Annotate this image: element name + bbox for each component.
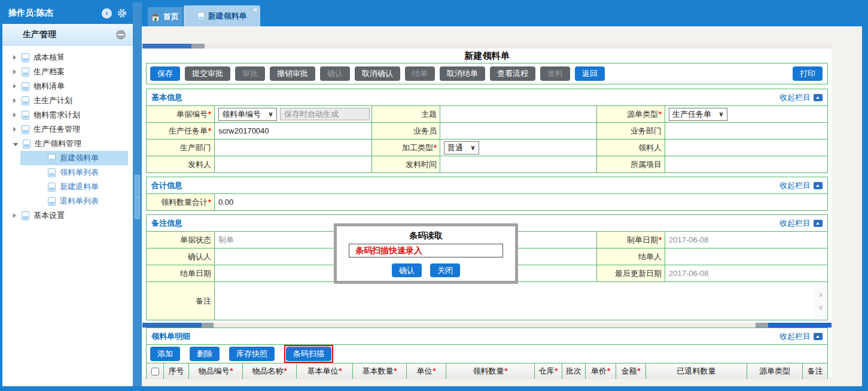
sidebar-item-requisition-mgmt[interactable]: 生产领料管理 bbox=[2, 137, 133, 151]
inventory-snapshot-button[interactable]: 库存快照 bbox=[229, 347, 275, 361]
dept-label: 业务部门 bbox=[631, 126, 662, 137]
tab-home[interactable]: 首页 bbox=[148, 7, 182, 26]
sidebar-item-basic-settings[interactable]: 基本设置 bbox=[2, 208, 133, 223]
scrollbar-thumb[interactable] bbox=[142, 323, 202, 328]
expander-icon[interactable] bbox=[13, 213, 16, 218]
collapse-back-icon[interactable]: ‹ bbox=[102, 8, 112, 19]
minus-circle-icon[interactable] bbox=[116, 30, 126, 40]
tab-close-icon[interactable]: × bbox=[254, 6, 257, 13]
barcode-scan-button[interactable]: 条码扫描 bbox=[286, 347, 331, 361]
expander-icon[interactable] bbox=[13, 98, 16, 103]
scroll-up-icon[interactable]: ∧ bbox=[818, 291, 823, 299]
collapse-section-link[interactable]: 收起栏目 bbox=[779, 331, 823, 342]
content-background: 新建领料单 保存 提交审批 审批 撤销审批 确认 取消确认 结单 取消结单 查看… bbox=[142, 26, 862, 386]
chevron-down-icon: ∨ bbox=[268, 110, 273, 118]
document-icon bbox=[22, 82, 29, 91]
scrollbar-thumb[interactable] bbox=[191, 44, 205, 49]
approve-button: 审批 bbox=[235, 66, 265, 81]
sidebar-item-cost-accounting[interactable]: 成本核算 bbox=[2, 50, 133, 65]
bottom-horizontal-scrollbar[interactable] bbox=[142, 323, 832, 328]
salesman-value[interactable] bbox=[440, 122, 596, 139]
document-icon bbox=[22, 125, 29, 134]
sidebar-item-mrp[interactable]: 物料需求计划 bbox=[2, 108, 133, 122]
collapse-up-icon[interactable] bbox=[814, 220, 823, 227]
delete-row-button[interactable]: 删除 bbox=[190, 347, 220, 361]
top-horizontal-scrollbar[interactable] bbox=[142, 44, 832, 49]
sidebar-item-bom[interactable]: 物料清单 bbox=[2, 79, 133, 93]
created-date-value[interactable]: 2017-06-08 bbox=[665, 231, 827, 248]
scrollbar-thumb[interactable] bbox=[202, 323, 214, 328]
issuer-value[interactable] bbox=[214, 156, 371, 172]
collapse-up-icon[interactable] bbox=[814, 94, 823, 101]
expander-icon[interactable] bbox=[13, 127, 16, 132]
collapse-section-link[interactable]: 收起栏目 bbox=[779, 92, 823, 103]
tab-new-requisition[interactable]: 新建领料单 × bbox=[184, 5, 260, 26]
note-vertical-scrollbar[interactable]: ∧ ∨ bbox=[815, 283, 827, 319]
section-header: 合计信息 收起栏目 bbox=[147, 177, 827, 193]
dialog-close-button[interactable]: 关闭 bbox=[430, 263, 460, 277]
expander-icon[interactable] bbox=[13, 143, 18, 146]
note-textarea[interactable]: ∧ ∨ bbox=[214, 281, 827, 320]
back-button[interactable]: 返回 bbox=[575, 66, 605, 81]
source-type-select[interactable]: 生产任务单∨ bbox=[669, 108, 727, 121]
prod-dept-value[interactable] bbox=[214, 139, 371, 156]
details-toolbar: 添加 删除 库存快照 条码扫描 bbox=[147, 344, 827, 363]
revoke-approval-button[interactable]: 撤销审批 bbox=[270, 66, 315, 81]
sidebar-item-new-requisition[interactable]: 新建领料单 bbox=[20, 151, 128, 165]
sidebar-item-task-mgmt[interactable]: 生产任务管理 bbox=[2, 122, 133, 137]
source-type-label: 源单类型 bbox=[627, 109, 662, 120]
subject-value[interactable] bbox=[440, 105, 596, 122]
home-icon bbox=[151, 13, 160, 21]
close-order-button: 结单 bbox=[405, 66, 435, 81]
document-icon bbox=[48, 154, 56, 163]
scrollbar-thumb[interactable] bbox=[756, 323, 768, 328]
process-type-select[interactable]: 普通∨ bbox=[444, 141, 479, 154]
save-button[interactable]: 保存 bbox=[150, 66, 180, 81]
dialog-confirm-button[interactable]: 确认 bbox=[392, 263, 422, 277]
view-flow-button[interactable]: 查看流程 bbox=[490, 66, 535, 81]
dept-value[interactable] bbox=[665, 122, 827, 139]
cancel-confirm-button[interactable]: 取消确认 bbox=[355, 66, 400, 81]
collapse-up-icon[interactable] bbox=[814, 182, 823, 189]
qty-total-value[interactable]: 0.00 bbox=[214, 193, 827, 210]
expander-icon[interactable] bbox=[13, 113, 16, 117]
scrollbar-thumb[interactable] bbox=[768, 323, 832, 328]
doc-no-select[interactable]: 领料单编号∨ bbox=[218, 108, 277, 121]
app-window: 操作员:陈杰 ‹ 生产管理 成本核算 生产档案 物料清单 主生产计划 物料需求计… bbox=[0, 0, 868, 391]
sidebar: 操作员:陈杰 ‹ 生产管理 成本核算 生产档案 物料清单 主生产计划 物料需求计… bbox=[2, 2, 133, 386]
add-row-button[interactable]: 添加 bbox=[150, 347, 180, 361]
sidebar-item-master-plan[interactable]: 主生产计划 bbox=[2, 93, 133, 108]
scroll-down-icon[interactable]: ∨ bbox=[818, 304, 823, 311]
submit-approval-button[interactable]: 提交审批 bbox=[185, 66, 230, 81]
sidebar-splitter[interactable]: ‹ bbox=[133, 2, 142, 386]
collapse-up-icon[interactable] bbox=[814, 333, 823, 340]
sidebar-item-new-return[interactable]: 新建退料单 bbox=[2, 180, 133, 194]
task-value[interactable]: scrw20170040 bbox=[214, 122, 371, 139]
note-label: 备注 bbox=[196, 296, 211, 307]
closer-label: 结单人 bbox=[638, 251, 662, 262]
sidebar-group-header[interactable]: 生产管理 bbox=[2, 24, 133, 46]
project-value[interactable] bbox=[665, 156, 827, 172]
select-all-checkbox[interactable] bbox=[151, 368, 159, 375]
page-title: 新建领料单 bbox=[142, 50, 832, 62]
expander-icon[interactable] bbox=[13, 69, 16, 74]
collapse-section-link[interactable]: 收起栏目 bbox=[779, 218, 823, 229]
gear-icon[interactable] bbox=[117, 8, 127, 19]
expander-icon[interactable] bbox=[13, 84, 16, 89]
collapse-section-link[interactable]: 收起栏目 bbox=[779, 180, 823, 191]
scrollbar-thumb[interactable] bbox=[142, 44, 191, 49]
barcode-input[interactable]: 条码扫描快速录入 bbox=[349, 244, 503, 257]
print-button[interactable]: 打印 bbox=[793, 66, 823, 81]
section-title: 合计信息 bbox=[151, 180, 182, 191]
cancel-close-button[interactable]: 取消结单 bbox=[440, 66, 485, 81]
sidebar-item-production-archive[interactable]: 生产档案 bbox=[2, 65, 133, 79]
sidebar-item-return-list[interactable]: 退料单列表 bbox=[2, 194, 133, 208]
sidebar-collapse-handle[interactable]: ‹ bbox=[135, 175, 140, 219]
close-date-label: 结单日期 bbox=[180, 268, 211, 279]
picker-value[interactable] bbox=[665, 139, 827, 156]
document-icon bbox=[22, 68, 29, 77]
confirmer-label: 确认人 bbox=[188, 251, 211, 262]
issue-time-value[interactable] bbox=[440, 156, 596, 172]
expander-icon[interactable] bbox=[13, 55, 16, 60]
sidebar-item-requisition-list[interactable]: 领料单列表 bbox=[2, 165, 133, 180]
